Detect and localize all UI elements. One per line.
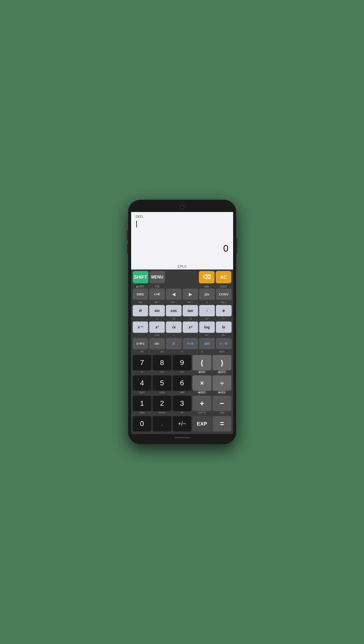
mplus-sub: M+ [199,334,215,338]
input-cursor: | [136,219,228,228]
xinv-button[interactable]: x⁻¹ [133,321,148,333]
angle-sub: ∠ [199,301,215,305]
x3b-sub: x³ [149,317,165,321]
xsq-button[interactable]: x² [149,321,165,333]
pi-button[interactable]: π [133,305,148,316]
theta-label: θ [173,350,192,354]
btn-equals[interactable]: = [213,416,232,431]
sinv-sub: sin⁻¹ [149,301,165,305]
btn-2[interactable]: 2 [153,396,172,411]
menu-button[interactable]: MENU [149,271,165,283]
gcd-sub: GCD [133,391,152,395]
backspace-button[interactable]: ⌫ [199,271,215,283]
ac-button[interactable]: AC [216,271,231,283]
btn-open-paren[interactable]: ( [192,355,211,370]
dms-button[interactable]: D°M′S [133,338,148,349]
hyp-sub: hyp [133,301,148,305]
btn-9[interactable]: 9 [173,355,192,370]
nf-sub: n! [133,371,152,375]
xm-button[interactable]: x→M [216,338,232,349]
x3-sub [133,317,148,321]
sqrt-button[interactable]: √x [166,321,182,333]
mminus-sub: M− [216,334,232,338]
xE-button[interactable]: x⇔E [149,289,165,300]
btn-1[interactable]: 1 [133,396,152,411]
hex-sub: ▶HEX [213,391,232,395]
xpowy-button[interactable]: xʸ [183,321,198,333]
integral-button[interactable]: ∫dx [199,289,215,300]
lcm-sub: LCM [153,391,172,395]
btn-plus[interactable]: + [192,396,211,411]
cosinv-sub: cos⁻¹ [166,301,182,305]
re-label: Re [133,350,152,354]
abc-sub: a b/c [149,334,165,338]
spacer [166,271,198,283]
spacer2 [166,284,198,289]
cnst-secondary: CNST [216,284,231,289]
mr-button[interactable]: MR [199,338,215,349]
btn-divide[interactable]: ÷ [213,375,232,391]
dec-sub: ▶DEC [192,391,211,395]
shift-button[interactable]: SHIFT [133,271,148,283]
btn-4[interactable]: 4 [133,375,152,391]
btn-0[interactable]: 0 [133,416,152,431]
btn-5[interactable]: 5 [153,375,172,391]
bottom-indicator [174,437,190,438]
front-camera [180,205,184,210]
im-label: Im [153,350,172,354]
x-button[interactable]: X [166,338,182,349]
deg-label: DEG [136,215,228,218]
btn-dot[interactable]: . [153,416,172,431]
ln-button[interactable]: ln [216,321,232,333]
drg-button[interactable]: DRG [133,289,148,300]
sin-button[interactable]: sin [149,305,165,316]
btn-exp[interactable]: EXP [192,416,211,431]
dc-button[interactable]: d/c [149,338,165,349]
euler-button[interactable]: e [216,305,232,316]
left-sub: ← [133,334,148,338]
btn-6[interactable]: 6 [173,375,192,391]
btn-minus[interactable]: − [213,396,232,411]
ex-sub: eˣ [216,317,232,321]
ans-sub: ANS [213,411,232,416]
btn-multiply[interactable]: × [192,375,211,391]
conv-button[interactable]: CONV [216,289,232,300]
right-arrow-button[interactable]: ▶ [183,289,198,300]
bin-sub: ▶BIN [192,371,211,375]
btn-8[interactable]: 8 [153,355,172,370]
cplx-label: CPLX [131,264,233,269]
zbar-label: z̄ [192,350,211,354]
abs-sub: ABS [173,391,192,395]
oct-sub: ▶OCT [213,371,232,375]
fse-secondary: FSE [149,284,165,289]
imaginary-button[interactable]: i [199,305,215,316]
ran-sub: RAN# [153,411,172,416]
log-button[interactable]: log [199,321,215,333]
sgn-sub: SGN [133,411,152,416]
btn-3[interactable]: 3 [173,396,192,411]
ddx-secondary: d/dx [199,284,215,289]
bottom-bar [131,434,233,441]
left-arrow-button[interactable]: ◀ [166,289,182,300]
result-display: 0 [136,243,228,254]
pct-sub: % [173,411,192,416]
10x-sub: 10ˣ [199,317,215,321]
xrty-sub: ˣ√y [183,317,198,321]
taninv-sub: tan⁻¹ [183,301,198,305]
display-area: DEG | 0 [131,212,233,264]
btn-plusminus[interactable]: +/− [173,416,192,431]
tan-button[interactable]: tan [183,305,198,316]
ncr-sub: nCr [153,371,172,375]
xym-button[interactable]: XY,M [183,338,198,349]
mod-label: MOD [213,350,232,354]
drg-secondary: ▶DRG [133,284,148,289]
cos-button[interactable]: cos [166,305,182,316]
expsi-sub: EXP SI [192,411,211,416]
btn-7[interactable]: 7 [133,355,152,370]
npr-sub: nPr [173,371,192,375]
cbrt-sub: ³√x [166,317,182,321]
btn-close-paren[interactable]: ) [213,355,232,370]
logxy-sub: logₓy [216,301,232,305]
empty-sub [183,334,198,338]
y-sub: Y [166,334,182,338]
